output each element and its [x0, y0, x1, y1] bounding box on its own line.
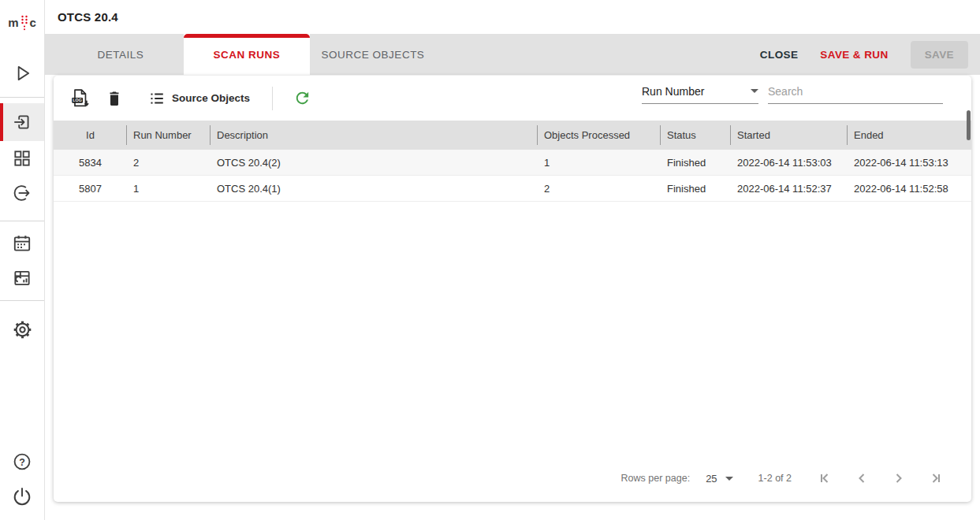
chevron-right-icon — [891, 470, 907, 486]
sidebar-divider — [0, 97, 44, 98]
chevron-down-icon — [725, 477, 733, 481]
filter-field-select[interactable]: Run Number — [642, 85, 758, 104]
first-page-icon — [817, 470, 833, 486]
tab-source-objects[interactable]: SOURCE OBJECTS — [310, 34, 436, 75]
next-page-button[interactable] — [880, 466, 917, 491]
table-toolbar: LOG Source Objects — [54, 76, 971, 121]
export-icon — [12, 183, 32, 203]
play-icon — [12, 63, 32, 84]
gear-icon — [12, 319, 33, 340]
rows-per-page-label: Rows per page: — [621, 473, 691, 484]
scan-runs-panel: LOG Source Objects — [54, 76, 971, 502]
cell-status: Finished — [661, 157, 731, 169]
delete-button[interactable] — [98, 82, 131, 115]
cell-id: 5807 — [54, 183, 127, 195]
cell-description: OTCS 20.4(2) — [211, 157, 538, 169]
cell-started: 2022-06-14 11:52:37 — [731, 183, 848, 195]
search-input[interactable] — [768, 85, 943, 104]
last-page-icon — [928, 470, 944, 486]
cell-objects-processed: 1 — [538, 157, 661, 169]
cell-run-number: 1 — [127, 183, 211, 195]
download-log-button[interactable]: LOG — [63, 82, 96, 115]
cell-id: 5834 — [54, 157, 127, 169]
grid-icon — [12, 148, 32, 169]
sidebar-item-scanners[interactable] — [0, 103, 44, 141]
table-row[interactable]: 5807 1 OTCS 20.4(1) 2 Finished 2022-06-1… — [54, 176, 971, 202]
download-log-icon: LOG — [69, 87, 91, 109]
top-bar: OTCS 20.4 — [45, 0, 980, 34]
tab-scan-runs[interactable]: SCAN RUNS — [184, 34, 310, 75]
previous-page-button[interactable] — [843, 466, 880, 491]
trash-icon — [105, 89, 124, 108]
page-title: OTCS 20.4 — [58, 10, 118, 24]
tabs: DETAILS SCAN RUNS SOURCE OBJECTS — [58, 34, 436, 75]
cell-objects-processed: 2 — [538, 183, 661, 195]
rows-per-page-value: 25 — [706, 473, 717, 485]
table-row[interactable]: 5834 2 OTCS 20.4(2) 1 Finished 2022-06-1… — [54, 150, 971, 176]
scan-import-icon — [12, 112, 32, 132]
app-logo: m c — [0, 0, 44, 45]
logo-dots-icon — [20, 13, 29, 32]
sidebar-item-run[interactable] — [0, 56, 44, 91]
tab-strip: DETAILS SCAN RUNS SOURCE OBJECTS CLOSE S… — [45, 34, 980, 75]
pagination-range: 1-2 of 2 — [758, 473, 792, 484]
sidebar-divider — [0, 221, 44, 221]
sidebar-item-dashboard[interactable] — [0, 141, 44, 176]
refresh-button[interactable] — [285, 82, 319, 115]
sidebar-item-scheduler[interactable] — [0, 226, 44, 261]
first-page-button[interactable] — [806, 466, 843, 491]
column-header-description[interactable]: Description — [211, 121, 538, 150]
rows-per-page-select[interactable]: 25 — [706, 473, 732, 485]
sidebar-divider — [0, 300, 44, 301]
chevron-left-icon — [854, 470, 870, 486]
source-objects-label: Source Objects — [172, 92, 250, 104]
tab-details[interactable]: DETAILS — [58, 34, 184, 75]
column-header-objects-processed[interactable]: Objects Processed — [538, 121, 661, 150]
logo-letter-c: c — [30, 16, 36, 29]
sidebar-item-export[interactable] — [0, 176, 44, 210]
chevron-down-icon — [751, 89, 758, 93]
help-icon: ? — [12, 451, 32, 472]
report-icon — [12, 268, 32, 288]
power-icon — [12, 486, 32, 507]
cell-ended: 2022-06-14 11:53:13 — [848, 157, 971, 169]
svg-text:LOG: LOG — [73, 98, 82, 102]
filter-field-value: Run Number — [642, 85, 704, 98]
sidebar-item-help[interactable]: ? — [0, 444, 44, 479]
source-objects-button[interactable]: Source Objects — [143, 90, 255, 107]
last-page-button[interactable] — [917, 466, 954, 491]
column-header-status[interactable]: Status — [661, 121, 731, 150]
toolbar-divider — [272, 87, 273, 110]
cell-status: Finished — [661, 183, 731, 195]
header-actions: CLOSE SAVE & RUN SAVE — [760, 34, 980, 75]
sidebar-item-logout[interactable] — [0, 479, 44, 514]
column-header-id[interactable]: Id — [54, 121, 127, 150]
column-header-ended[interactable]: Ended — [848, 121, 971, 150]
vertical-scrollbar-thumb[interactable] — [967, 110, 971, 140]
sidebar-item-settings[interactable] — [0, 312, 44, 347]
cell-started: 2022-06-14 11:53:03 — [731, 157, 848, 169]
list-icon — [148, 90, 166, 107]
cell-run-number: 2 — [127, 157, 211, 169]
column-header-started[interactable]: Started — [731, 121, 848, 150]
search-field — [768, 84, 943, 104]
logo-letter-m: m — [8, 16, 18, 29]
refresh-icon — [293, 89, 311, 107]
sidebar: m c — [0, 0, 45, 520]
table-header: Id Run Number Description Objects Proces… — [54, 121, 971, 150]
sidebar-item-reports[interactable] — [0, 261, 44, 295]
close-button[interactable]: CLOSE — [760, 49, 799, 61]
pagination-bar: Rows per page: 25 1-2 of 2 — [54, 462, 971, 494]
cell-description: OTCS 20.4(1) — [211, 183, 538, 195]
save-and-run-button[interactable]: SAVE & RUN — [820, 49, 888, 61]
calendar-icon — [12, 233, 32, 254]
filter-bar: Run Number — [642, 84, 971, 104]
save-button[interactable]: SAVE — [911, 41, 968, 69]
svg-text:?: ? — [19, 457, 25, 468]
column-header-run-number[interactable]: Run Number — [127, 121, 211, 150]
cell-ended: 2022-06-14 11:52:58 — [848, 183, 971, 195]
